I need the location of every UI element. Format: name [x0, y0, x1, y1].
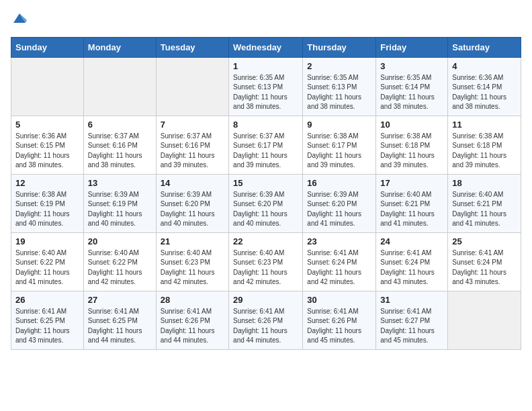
day-info: Sunrise: 6:39 AMSunset: 6:20 PMDaylight:…: [233, 190, 298, 229]
day-number: 7: [161, 120, 224, 130]
calendar-cell: 23Sunrise: 6:41 AMSunset: 6:24 PMDayligh…: [303, 232, 376, 291]
day-number: 23: [307, 236, 371, 246]
day-info: Sunrise: 6:39 AMSunset: 6:20 PMDaylight:…: [161, 190, 224, 229]
calendar-cell: 27Sunrise: 6:41 AMSunset: 6:25 PMDayligh…: [83, 291, 156, 349]
day-info: Sunrise: 6:37 AMSunset: 6:17 PMDaylight:…: [233, 132, 298, 171]
calendar-cell: 7Sunrise: 6:37 AMSunset: 6:16 PMDaylight…: [156, 116, 228, 174]
calendar-week-row: 1Sunrise: 6:35 AMSunset: 6:13 PMDaylight…: [11, 57, 521, 116]
calendar-week-row: 19Sunrise: 6:40 AMSunset: 6:22 PMDayligh…: [11, 232, 521, 291]
day-info: Sunrise: 6:41 AMSunset: 6:24 PMDaylight:…: [452, 248, 517, 287]
day-info: Sunrise: 6:41 AMSunset: 6:25 PMDaylight:…: [15, 307, 79, 346]
calendar-cell: 18Sunrise: 6:40 AMSunset: 6:21 PMDayligh…: [448, 174, 521, 232]
weekday-header-saturday: Saturday: [448, 37, 521, 57]
day-info: Sunrise: 6:40 AMSunset: 6:23 PMDaylight:…: [161, 248, 224, 287]
calendar-cell: 19Sunrise: 6:40 AMSunset: 6:22 PMDayligh…: [11, 232, 84, 291]
day-number: 22: [233, 236, 298, 246]
day-number: 25: [452, 236, 517, 246]
day-number: 19: [15, 236, 79, 246]
calendar-cell: [156, 57, 228, 116]
day-number: 11: [452, 120, 517, 130]
calendar-cell: 25Sunrise: 6:41 AMSunset: 6:24 PMDayligh…: [448, 232, 521, 291]
day-number: 30: [307, 295, 371, 305]
calendar-cell: 1Sunrise: 6:35 AMSunset: 6:13 PMDaylight…: [229, 57, 303, 116]
day-info: Sunrise: 6:41 AMSunset: 6:25 PMDaylight:…: [88, 307, 152, 346]
day-info: Sunrise: 6:37 AMSunset: 6:16 PMDaylight:…: [161, 132, 224, 171]
calendar-week-row: 12Sunrise: 6:38 AMSunset: 6:19 PMDayligh…: [11, 174, 521, 232]
calendar-cell: 10Sunrise: 6:38 AMSunset: 6:18 PMDayligh…: [376, 116, 448, 174]
weekday-header-tuesday: Tuesday: [156, 37, 228, 57]
day-info: Sunrise: 6:36 AMSunset: 6:15 PMDaylight:…: [15, 132, 79, 171]
calendar-cell: 30Sunrise: 6:41 AMSunset: 6:26 PMDayligh…: [303, 291, 376, 349]
calendar-cell: 14Sunrise: 6:39 AMSunset: 6:20 PMDayligh…: [156, 174, 228, 232]
calendar-cell: 20Sunrise: 6:40 AMSunset: 6:22 PMDayligh…: [83, 232, 156, 291]
day-info: Sunrise: 6:41 AMSunset: 6:26 PMDaylight:…: [307, 307, 371, 346]
calendar-cell: 9Sunrise: 6:38 AMSunset: 6:17 PMDaylight…: [303, 116, 376, 174]
day-info: Sunrise: 6:41 AMSunset: 6:24 PMDaylight:…: [380, 248, 443, 287]
calendar-cell: 21Sunrise: 6:40 AMSunset: 6:23 PMDayligh…: [156, 232, 228, 291]
calendar-cell: 13Sunrise: 6:39 AMSunset: 6:19 PMDayligh…: [83, 174, 156, 232]
calendar-cell: 2Sunrise: 6:35 AMSunset: 6:13 PMDaylight…: [303, 57, 376, 116]
day-info: Sunrise: 6:38 AMSunset: 6:18 PMDaylight:…: [452, 132, 517, 171]
calendar-week-row: 5Sunrise: 6:36 AMSunset: 6:15 PMDaylight…: [11, 116, 521, 174]
weekday-header-monday: Monday: [83, 37, 156, 57]
day-number: 28: [161, 295, 224, 305]
calendar-cell: 24Sunrise: 6:41 AMSunset: 6:24 PMDayligh…: [376, 232, 448, 291]
weekday-header-wednesday: Wednesday: [229, 37, 303, 57]
weekday-header-thursday: Thursday: [303, 37, 376, 57]
calendar-cell: [83, 57, 156, 116]
calendar-cell: 22Sunrise: 6:40 AMSunset: 6:23 PMDayligh…: [229, 232, 303, 291]
day-info: Sunrise: 6:40 AMSunset: 6:22 PMDaylight:…: [15, 248, 79, 287]
day-info: Sunrise: 6:40 AMSunset: 6:22 PMDaylight:…: [88, 248, 152, 287]
day-info: Sunrise: 6:40 AMSunset: 6:21 PMDaylight:…: [380, 190, 443, 229]
day-info: Sunrise: 6:38 AMSunset: 6:19 PMDaylight:…: [15, 190, 79, 229]
day-number: 20: [88, 236, 152, 246]
calendar-cell: 4Sunrise: 6:36 AMSunset: 6:14 PMDaylight…: [448, 57, 521, 116]
calendar-cell: 16Sunrise: 6:39 AMSunset: 6:20 PMDayligh…: [303, 174, 376, 232]
day-info: Sunrise: 6:41 AMSunset: 6:27 PMDaylight:…: [380, 307, 443, 346]
weekday-header-friday: Friday: [376, 37, 448, 57]
day-number: 17: [380, 178, 443, 188]
day-number: 3: [380, 61, 443, 71]
calendar-cell: 26Sunrise: 6:41 AMSunset: 6:25 PMDayligh…: [11, 291, 84, 349]
calendar-cell: 29Sunrise: 6:41 AMSunset: 6:26 PMDayligh…: [229, 291, 303, 349]
calendar-cell: 8Sunrise: 6:37 AMSunset: 6:17 PMDaylight…: [229, 116, 303, 174]
day-number: 26: [15, 295, 79, 305]
day-number: 4: [452, 61, 517, 71]
day-number: 14: [161, 178, 224, 188]
day-info: Sunrise: 6:35 AMSunset: 6:14 PMDaylight:…: [380, 73, 443, 112]
day-number: 2: [307, 61, 371, 71]
weekday-header-sunday: Sunday: [11, 37, 84, 57]
day-number: 31: [380, 295, 443, 305]
day-info: Sunrise: 6:40 AMSunset: 6:23 PMDaylight:…: [233, 248, 298, 287]
day-number: 1: [233, 61, 298, 71]
day-number: 8: [233, 120, 298, 130]
logo: [11, 11, 27, 29]
day-info: Sunrise: 6:37 AMSunset: 6:16 PMDaylight:…: [88, 132, 152, 171]
calendar-cell: 11Sunrise: 6:38 AMSunset: 6:18 PMDayligh…: [448, 116, 521, 174]
calendar-cell: [11, 57, 84, 116]
calendar-cell: 5Sunrise: 6:36 AMSunset: 6:15 PMDaylight…: [11, 116, 84, 174]
day-info: Sunrise: 6:38 AMSunset: 6:18 PMDaylight:…: [380, 132, 443, 171]
day-number: 12: [15, 178, 79, 188]
day-info: Sunrise: 6:41 AMSunset: 6:24 PMDaylight:…: [307, 248, 371, 287]
calendar-cell: 17Sunrise: 6:40 AMSunset: 6:21 PMDayligh…: [376, 174, 448, 232]
day-number: 18: [452, 178, 517, 188]
day-number: 21: [161, 236, 224, 246]
calendar-cell: 6Sunrise: 6:37 AMSunset: 6:16 PMDaylight…: [83, 116, 156, 174]
day-number: 9: [307, 120, 371, 130]
day-info: Sunrise: 6:36 AMSunset: 6:14 PMDaylight:…: [452, 73, 517, 112]
calendar-cell: 15Sunrise: 6:39 AMSunset: 6:20 PMDayligh…: [229, 174, 303, 232]
day-number: 24: [380, 236, 443, 246]
day-number: 5: [15, 120, 79, 130]
day-number: 13: [88, 178, 152, 188]
day-number: 16: [307, 178, 371, 188]
day-info: Sunrise: 6:38 AMSunset: 6:17 PMDaylight:…: [307, 132, 371, 171]
calendar-cell: 12Sunrise: 6:38 AMSunset: 6:19 PMDayligh…: [11, 174, 84, 232]
calendar-table: SundayMondayTuesdayWednesdayThursdayFrid…: [11, 37, 521, 350]
calendar-cell: 3Sunrise: 6:35 AMSunset: 6:14 PMDaylight…: [376, 57, 448, 116]
logo-icon: [12, 11, 27, 26]
calendar-cell: [448, 291, 521, 349]
day-info: Sunrise: 6:35 AMSunset: 6:13 PMDaylight:…: [307, 73, 371, 112]
day-info: Sunrise: 6:39 AMSunset: 6:20 PMDaylight:…: [307, 190, 371, 229]
page-header: [11, 11, 521, 29]
